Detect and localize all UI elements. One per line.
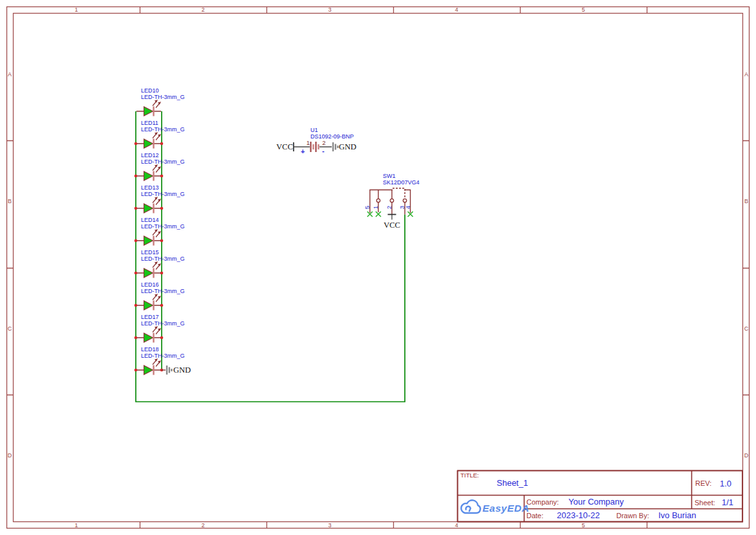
junction-dot [135, 239, 138, 243]
ruler-col-label: 1 [70, 522, 83, 529]
company-label: Company: [526, 498, 559, 506]
switch-vcc-netlabel[interactable]: VCC [382, 221, 402, 230]
ruler-col-label: 2 [197, 522, 210, 529]
battery-pin1-number: 1 [305, 139, 310, 146]
led-ref-label[interactable]: LED14 [141, 217, 159, 223]
junction-dot [160, 272, 164, 275]
ruler-col-label: 3 [323, 522, 336, 529]
ruler-row-label: C [740, 325, 753, 332]
led-ref-label[interactable]: LED16 [141, 281, 159, 288]
led-symbol[interactable] [136, 261, 161, 278]
sheet-border-frame [6, 6, 750, 529]
ruler-row-label: D [740, 452, 753, 459]
switch-pin-number: 5 [363, 204, 371, 212]
switch-pin-number: 2 [385, 204, 393, 212]
schematic-canvas [0, 0, 756, 535]
switch-pin-number: 4 [404, 204, 411, 212]
led-part-label[interactable]: LED-TH-3mm_G [141, 158, 185, 165]
led-part-label[interactable]: LED-TH-3mm_G [141, 223, 185, 230]
sheet-title-value[interactable]: Sheet_1 [497, 478, 528, 488]
led-symbol[interactable] [136, 100, 161, 116]
led-symbol[interactable] [136, 326, 161, 342]
ruler-col-label: 3 [323, 6, 336, 13]
junction-dot [135, 142, 138, 146]
drawn-by-value[interactable]: Ivo Burian [658, 510, 697, 520]
ruler-row-label: B [740, 198, 753, 204]
ruler-col-label: 1 [70, 6, 83, 13]
switch-ref-label[interactable]: SW1 [383, 173, 396, 179]
junction-dot [160, 239, 164, 243]
led-ref-label[interactable]: LED10 [141, 87, 159, 94]
led-column[interactable] [136, 100, 161, 375]
ruler-row-label: C [3, 325, 16, 332]
frame-inner-rect [14, 14, 743, 522]
ruler-col-label: 5 [577, 522, 590, 529]
easyeda-logo-text: EasyEDA [482, 503, 529, 514]
led-ref-label[interactable]: LED12 [141, 152, 159, 158]
junction-dot [160, 175, 164, 178]
led-part-label[interactable]: LED-TH-3mm_G [141, 94, 185, 100]
junction-dot [135, 175, 138, 178]
led-part-label[interactable]: LED-TH-3mm_G [141, 191, 185, 197]
led-ref-label[interactable]: LED13 [141, 184, 159, 191]
date-label: Date: [526, 512, 543, 519]
junction-dot [160, 336, 164, 340]
led-symbol[interactable] [136, 132, 161, 148]
junction-dot [160, 142, 164, 146]
company-value[interactable]: Your Company [568, 497, 624, 507]
switch-contact-1 [376, 199, 380, 202]
led-ref-label[interactable]: LED17 [141, 314, 159, 320]
led-symbol[interactable] [136, 294, 161, 310]
led-part-label[interactable]: LED-TH-3mm_G [141, 126, 185, 133]
drawn-by-label: Drawn By: [616, 512, 649, 519]
led-symbol[interactable] [136, 358, 161, 375]
battery-part-label[interactable]: DS1092-09-BNP [310, 133, 354, 140]
led-symbol[interactable] [136, 229, 161, 245]
ruler-col-label: 4 [450, 6, 463, 13]
led-part-label[interactable]: LED-TH-3mm_G [141, 353, 185, 359]
rev-value[interactable]: 1.0 [720, 479, 731, 488]
junction-dot [160, 304, 164, 307]
no-connect-icon [376, 212, 381, 217]
led-part-label[interactable]: LED-TH-3mm_G [141, 320, 185, 327]
switch-part-label[interactable]: SK12D07VG4 [383, 179, 420, 186]
led-ref-label[interactable]: LED18 [141, 346, 159, 353]
led-gnd-netlabel[interactable]: GND [173, 366, 191, 375]
led-ref-label[interactable]: LED11 [141, 120, 158, 126]
sheet-num-value[interactable]: 1/1 [722, 497, 733, 507]
frame-outer-rect [7, 7, 750, 529]
led-symbol[interactable] [136, 164, 161, 180]
junction-dot [135, 272, 138, 275]
rev-label: REV: [695, 479, 711, 487]
ruler-col-label: 5 [577, 6, 590, 13]
date-value[interactable]: 2023-10-22 [557, 510, 600, 520]
led-part-label[interactable]: LED-TH-3mm_G [141, 256, 185, 262]
switch-slider-dashed [393, 188, 405, 198]
ruler-col-label: 4 [450, 522, 463, 529]
switch-contact-3 [403, 199, 406, 202]
sheet-num-label: Sheet: [695, 499, 715, 507]
ruler-row-label: D [3, 452, 16, 459]
junction-dot [135, 304, 138, 307]
junction-dot [135, 369, 138, 372]
junction-dot [135, 207, 138, 210]
battery-gnd-netlabel[interactable]: GND [339, 142, 356, 152]
led-ref-label[interactable]: LED15 [141, 249, 159, 256]
battery-vcc-netlabel[interactable]: VCC [275, 142, 293, 152]
junction-dot [160, 207, 164, 210]
led-symbol[interactable] [136, 197, 161, 213]
switch-pin-number: 1 [372, 204, 379, 212]
ruler-row-label: A [3, 71, 16, 78]
gnd-flag-icon [167, 366, 171, 375]
battery-ref-label[interactable]: U1 [310, 127, 318, 133]
frame-right-ticks [743, 141, 750, 395]
easyeda-logo-icon [461, 500, 481, 513]
frame-left-ticks [6, 141, 13, 395]
title-label: TITLE: [460, 472, 479, 479]
led-part-label[interactable]: LED-TH-3mm_G [141, 288, 185, 294]
ruler-col-label: 2 [197, 6, 210, 13]
switch-contact-2 [390, 199, 393, 202]
switch-vcc-flag[interactable] [388, 215, 396, 220]
battery-pin2-number: 2 [321, 139, 327, 146]
led-gnd-flag[interactable] [162, 366, 171, 375]
